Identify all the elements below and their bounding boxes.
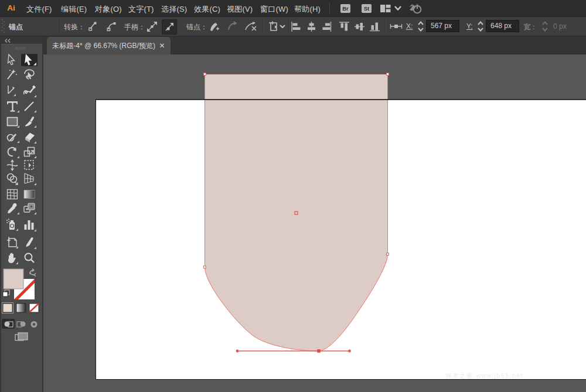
svg-text:脚本之家 www.jb51.net: 脚本之家 www.jb51.net — [445, 372, 523, 379]
